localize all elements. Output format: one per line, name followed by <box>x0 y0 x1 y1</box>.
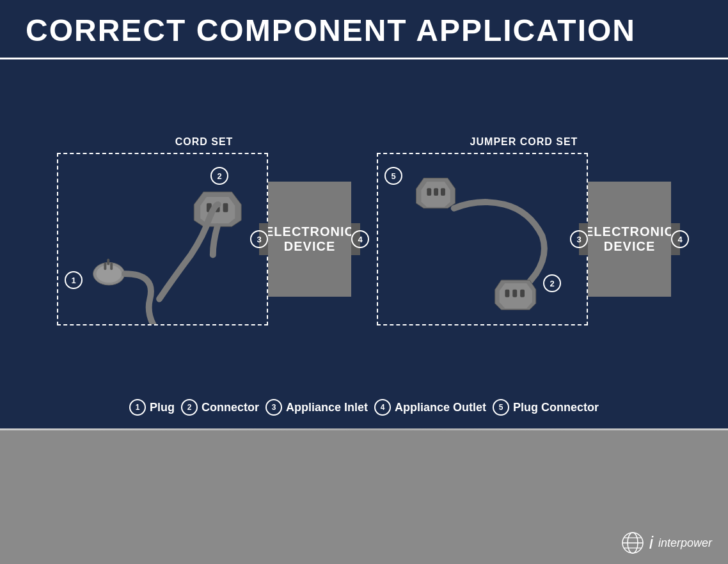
logo-area: i interpower <box>621 531 712 554</box>
header: CORRECT COMPONENT APPLICATION <box>0 0 728 59</box>
cord-set-dashed-box: 1 2 <box>57 153 268 325</box>
svg-rect-14 <box>441 188 445 196</box>
jumper-cord-set-label: JUMPER CORD SET <box>470 136 578 148</box>
badge-3-jumper: 3 <box>570 230 588 248</box>
svg-rect-3 <box>110 262 113 270</box>
cord-set-device: ELECTRONIC DEVICE <box>268 182 351 297</box>
svg-rect-9 <box>223 203 228 212</box>
cord-set-label: CORD SET <box>175 136 233 148</box>
legend-item-5: 5 Plug Connector <box>493 399 599 416</box>
legend-item-3: 3 Appliance Inlet <box>265 399 368 416</box>
legend-badge-3: 3 <box>265 399 282 416</box>
legend-badge-1: 1 <box>129 399 146 416</box>
jumper-device-wrapper: 3 ELECTRONIC DEVICE <box>588 182 671 297</box>
svg-rect-13 <box>434 188 438 196</box>
device-label: ELECTRONIC DEVICE <box>265 224 354 254</box>
svg-rect-2 <box>104 262 106 270</box>
legend-label-2: Connector <box>202 401 259 414</box>
jumper-cord-dashed-box: 5 2 <box>377 153 588 325</box>
diagrams-row: CORD SET 1 2 <box>26 79 702 383</box>
svg-rect-18 <box>512 290 517 297</box>
cord-set-svg <box>58 154 267 324</box>
page-title: CORRECT COMPONENT APPLICATION <box>26 13 702 48</box>
svg-rect-19 <box>520 290 525 297</box>
jumper-cord-svg <box>378 154 587 324</box>
content-area: CORD SET 1 2 <box>0 59 728 428</box>
legend-badge-2: 2 <box>181 399 198 416</box>
legend-row: 1 Plug 2 Connector 3 Appliance Inlet <box>26 399 702 416</box>
cord-set-device-wrapper: 3 ELECTRONIC DEVICE <box>268 182 351 297</box>
svg-rect-17 <box>505 290 509 297</box>
top-section: CORRECT COMPONENT APPLICATION CORD SET 1 <box>0 0 728 428</box>
jumper-device-label: ELECTRONIC DEVICE <box>585 224 674 254</box>
bottom-section: i interpower <box>0 430 728 564</box>
badge-5: 5 <box>384 167 402 185</box>
cord-set-diagram: 1 2 <box>57 153 351 325</box>
main-container: CORRECT COMPONENT APPLICATION CORD SET 1 <box>0 0 728 564</box>
legend-label-4: Appliance Outlet <box>395 401 486 414</box>
svg-rect-12 <box>427 188 431 196</box>
legend-label-1: Plug <box>150 401 175 414</box>
badge-2-jumper: 2 <box>543 274 561 292</box>
legend-label-3: Appliance Inlet <box>286 401 368 414</box>
legend-badge-4: 4 <box>374 399 391 416</box>
jumper-cord-set-section: JUMPER CORD SET 5 2 <box>377 136 671 325</box>
jumper-cord-set-diagram: 5 2 <box>377 153 671 325</box>
legend-badge-5: 5 <box>493 399 509 416</box>
svg-rect-4 <box>107 259 109 265</box>
badge-2-cordset: 2 <box>210 167 228 185</box>
badge-3-cordset: 3 <box>250 230 268 248</box>
badge-1: 1 <box>65 271 83 289</box>
legend-item-4: 4 Appliance Outlet <box>374 399 486 416</box>
jumper-device: ELECTRONIC DEVICE <box>588 182 671 297</box>
legend-item-1: 1 Plug <box>129 399 175 416</box>
badge-4-cordset: 4 <box>351 230 369 248</box>
legend-item-2: 2 Connector <box>181 399 259 416</box>
logo-text: interpower <box>658 537 712 550</box>
logo-i-letter: i <box>649 534 653 552</box>
legend-label-5: Plug Connector <box>513 401 599 414</box>
svg-point-1 <box>97 265 122 283</box>
cord-set-section: CORD SET 1 2 <box>57 136 351 325</box>
badge-4-jumper: 4 <box>671 230 689 248</box>
globe-icon <box>621 531 644 554</box>
